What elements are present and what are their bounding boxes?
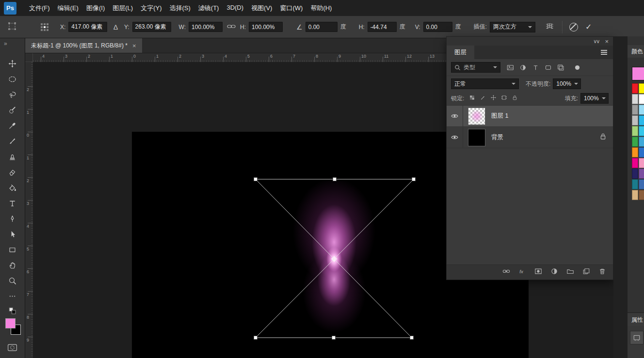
lock-transparent-icon[interactable] (469, 94, 475, 103)
layer-name[interactable]: 背景 (491, 133, 503, 141)
lock-position-icon[interactable] (490, 94, 497, 103)
menu-item-3D(D)[interactable]: 3D(D) (226, 4, 243, 13)
color-swatch[interactable] (639, 147, 644, 157)
zoom-tool[interactable] (4, 273, 21, 288)
lock-image-icon[interactable] (480, 94, 486, 103)
eraser-tool[interactable] (4, 164, 21, 180)
layer-style-fx-icon[interactable]: fx (518, 267, 526, 277)
type-tool[interactable] (4, 195, 21, 211)
menu-item-文件(F)[interactable]: 文件(F) (29, 4, 50, 13)
move-tool[interactable] (4, 56, 21, 71)
eyedropper-tool[interactable] (4, 118, 21, 133)
commit-transform-icon[interactable]: ✓ (585, 22, 592, 31)
new-layer-icon[interactable] (582, 267, 590, 277)
color-swatch[interactable] (632, 115, 638, 125)
layer-name[interactable]: 图层 1 (491, 112, 508, 120)
menu-item-文字(Y)[interactable]: 文字(Y) (141, 4, 161, 13)
warp-mode-icon[interactable] (545, 22, 554, 31)
color-swatch[interactable] (639, 94, 644, 104)
w-input[interactable] (189, 22, 223, 32)
panel-collapse-icon[interactable]: ∨∨ (593, 38, 599, 45)
menu-item-图层(L)[interactable]: 图层(L) (113, 4, 133, 13)
visibility-toggle[interactable] (447, 127, 463, 148)
more-tools-tool[interactable] (4, 288, 21, 304)
rectangle-tool[interactable] (4, 242, 21, 257)
color-swatch[interactable] (632, 147, 638, 157)
lock-all-icon[interactable] (512, 94, 518, 103)
menu-item-编辑(E)[interactable]: 编辑(E) (58, 4, 79, 13)
filter-toggle-icon[interactable] (571, 62, 583, 73)
quick-mask-icon[interactable] (4, 340, 21, 355)
menu-item-图像(I)[interactable]: 图像(I) (86, 4, 105, 13)
menu-item-选择(S)[interactable]: 选择(S) (169, 4, 190, 13)
clone-stamp-tool[interactable] (4, 149, 21, 164)
menu-item-视图(V)[interactable]: 视图(V) (251, 4, 272, 13)
hand-tool[interactable] (4, 257, 21, 273)
opacity-select[interactable]: 100% (553, 78, 581, 89)
angle-input[interactable] (306, 22, 338, 32)
color-swatch[interactable] (639, 105, 644, 115)
layer-thumbnail[interactable] (468, 108, 485, 125)
brush-tool[interactable] (4, 133, 21, 149)
panel-close-icon[interactable]: × (605, 38, 609, 45)
default-swatches-icon[interactable] (4, 306, 21, 315)
lasso-tool[interactable] (4, 87, 21, 102)
current-color-swatch[interactable] (632, 67, 644, 80)
fill-select[interactable]: 100% (580, 93, 609, 104)
elliptical-marquee-tool[interactable] (4, 71, 21, 87)
smart-object-filter-icon[interactable] (555, 62, 566, 73)
color-swatch[interactable] (639, 190, 644, 200)
y-input[interactable] (132, 22, 171, 32)
color-swatch[interactable] (639, 179, 644, 189)
color-swatch[interactable] (639, 158, 644, 168)
color-swatch[interactable] (639, 115, 644, 125)
layer-thumbnail[interactable] (468, 129, 485, 146)
color-swatch[interactable] (632, 83, 638, 93)
layer-row-background[interactable]: 背景 (447, 127, 613, 148)
color-swatch[interactable] (639, 137, 644, 147)
pen-tool[interactable] (4, 211, 21, 226)
color-swatch[interactable] (632, 179, 638, 189)
color-swatch[interactable] (632, 137, 638, 147)
link-wh-icon[interactable] (227, 24, 236, 31)
color-swatch[interactable] (632, 158, 638, 168)
color-swatch[interactable] (639, 83, 644, 93)
color-swatch[interactable] (632, 126, 638, 136)
h-input[interactable] (249, 22, 283, 32)
layer-row-1[interactable]: 图层 1 (447, 106, 613, 127)
panel-menu-icon[interactable] (601, 52, 607, 53)
path-selection-tool[interactable] (4, 226, 21, 242)
delete-layer-icon[interactable] (598, 267, 606, 277)
cancel-transform-icon[interactable] (569, 23, 578, 31)
quick-selection-tool[interactable] (4, 102, 21, 118)
paint-bucket-tool[interactable] (4, 180, 21, 195)
color-swatch[interactable] (632, 169, 638, 179)
new-group-icon[interactable] (566, 267, 574, 277)
menu-item-窗口(W)[interactable]: 窗口(W) (280, 4, 303, 13)
adjustment-filter-icon[interactable] (517, 62, 529, 73)
tab-color[interactable]: 颜色 (628, 45, 644, 58)
foreground-color-swatch[interactable] (5, 318, 16, 328)
menu-item-滤镜(T)[interactable]: 滤镜(T) (198, 4, 219, 13)
shape-filter-icon[interactable] (542, 62, 554, 73)
reference-point-locator[interactable] (41, 23, 48, 31)
color-swatch[interactable] (639, 126, 644, 136)
blend-mode-select[interactable]: 正常 (451, 78, 519, 89)
color-swatch[interactable] (632, 190, 638, 200)
menu-item-帮助(H)[interactable]: 帮助(H) (310, 4, 332, 13)
lock-artboard-icon[interactable] (501, 94, 507, 103)
new-adjustment-layer-icon[interactable] (550, 267, 558, 277)
layers-panel-titlebar[interactable]: ∨∨ × (447, 37, 613, 46)
hskew-input[interactable] (368, 22, 397, 32)
toolbar-collapse-icon[interactable]: » (4, 40, 7, 47)
tab-properties[interactable]: 属性 (628, 313, 644, 327)
color-swatch[interactable] (632, 94, 638, 104)
properties-thumbnail[interactable] (630, 331, 644, 344)
visibility-toggle[interactable] (447, 106, 463, 126)
type-filter-icon[interactable] (530, 62, 541, 73)
document-tab[interactable]: 未标题-1 @ 100% (图层 1, RGB/8#) * × (25, 38, 142, 53)
delta-icon[interactable]: ∆ (113, 23, 118, 31)
pixel-filter-icon[interactable] (504, 62, 516, 73)
x-input[interactable] (68, 22, 107, 32)
tab-layers[interactable]: 图层 (447, 46, 474, 59)
